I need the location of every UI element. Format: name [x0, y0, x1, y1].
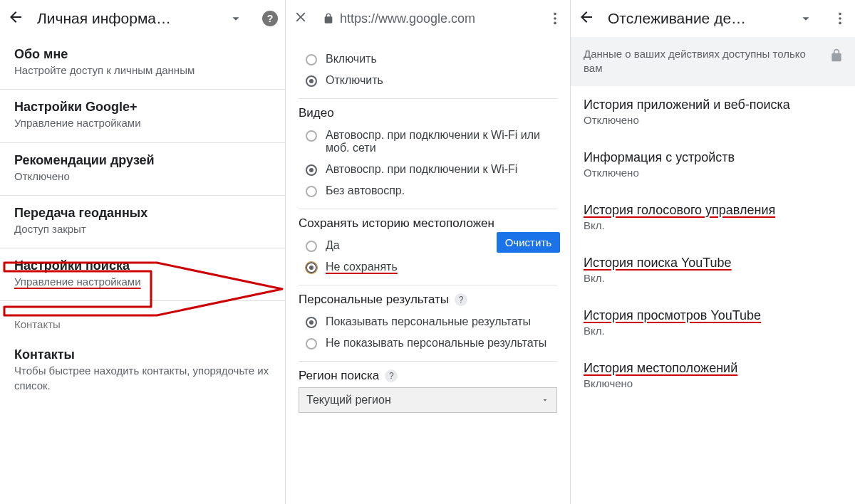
header-1: Личная информа… ? — [0, 0, 285, 37]
row-sub: Вкл. — [584, 272, 842, 284]
row-sub: Отключено — [584, 167, 842, 179]
radio-icon — [306, 338, 317, 350]
radio-label: Да — [326, 239, 340, 252]
row-location-sharing[interactable]: Передача геоданных Доступ закрыт — [0, 196, 285, 248]
row-friend-recs[interactable]: Рекомендации друзей Отключено — [0, 143, 285, 196]
row-title: Контакты — [14, 347, 271, 362]
activity-row[interactable]: История местоположенийВключено — [571, 350, 855, 402]
radio-pers-hide[interactable]: Не показывать персональные результаты — [299, 332, 557, 354]
radio-label: Не сохранять — [326, 261, 398, 273]
radio-icon — [306, 54, 317, 65]
row-google-plus[interactable]: Настройки Google+ Управление настройками — [0, 90, 285, 142]
svg-point-1 — [554, 17, 556, 20]
group-video: Видео Автовоспр. при подключении к Wi-Fi… — [299, 99, 557, 209]
radio-icon — [306, 164, 317, 176]
svg-point-3 — [839, 13, 841, 16]
section-contacts-label: Контакты — [0, 300, 285, 337]
activity-row[interactable]: История приложений и веб-поискаОтключено — [571, 86, 855, 139]
svg-point-5 — [839, 22, 841, 25]
radio-pers-show[interactable]: Показывать персональные результаты — [299, 311, 557, 332]
radio-loc-no[interactable]: Не сохранять — [299, 256, 557, 278]
activity-list: История приложений и веб-поискаОтключено… — [571, 86, 855, 402]
group-title: Персональные результаты ? — [299, 293, 557, 307]
panel-search-settings: https://www.google.com Включить Отключит… — [285, 0, 570, 504]
row-title: Рекомендации друзей — [14, 153, 271, 168]
radio-label: Без автовоспр. — [326, 184, 405, 197]
row-title: Передача геоданных — [14, 206, 271, 221]
row-sub: Чтобы быстрее находить контакты, упорядо… — [14, 364, 271, 393]
chevron-down-icon — [541, 396, 549, 404]
svg-point-0 — [554, 13, 556, 16]
group-search-region: Регион поиска ? Текущий регион — [299, 362, 557, 420]
clear-button[interactable]: Очистить — [497, 232, 560, 253]
panel-personal-info: Личная информа… ? Обо мне Настройте дост… — [0, 0, 285, 504]
more-icon[interactable] — [547, 11, 563, 26]
help-badge-icon[interactable]: ? — [385, 369, 398, 382]
row-title: Настройки поиска — [14, 258, 271, 273]
radio-label: Не показывать персональные результаты — [326, 337, 546, 350]
page-title: Личная информа… — [37, 10, 222, 27]
privacy-banner: Данные о ваших действиях доступны только… — [571, 37, 855, 86]
row-search-settings[interactable]: Настройки поиска Управление настройками — [0, 248, 285, 300]
row-title: Обо мне — [14, 47, 271, 62]
help-icon[interactable]: ? — [262, 11, 278, 26]
activity-row[interactable]: История голосового управленияВкл. — [571, 191, 855, 244]
page-title: Отслеживание де… — [608, 10, 792, 27]
group-personal-results: Персональные результаты ? Показывать пер… — [299, 285, 557, 362]
radio-disable[interactable]: Отключить — [299, 70, 557, 91]
row-sub: Управление настройками — [14, 275, 271, 289]
svg-point-2 — [554, 22, 556, 25]
radio-icon — [306, 241, 317, 252]
group-title: Сохранять историю местоположен — [299, 216, 557, 231]
address-bar[interactable]: https://www.google.com — [323, 11, 542, 26]
group-title: Регион поиска ? — [299, 369, 557, 383]
header-3: Отслеживание де… — [571, 0, 855, 37]
radio-icon — [306, 130, 317, 142]
back-arrow-icon[interactable] — [7, 9, 24, 28]
lock-icon — [323, 13, 334, 24]
radio-enable[interactable]: Включить — [299, 48, 557, 70]
group-safesearch: Включить Отключить — [299, 41, 557, 99]
group-title: Видео — [299, 106, 557, 120]
activity-row[interactable]: Информация с устройствОтключено — [571, 139, 855, 191]
dropdown-icon[interactable] — [228, 11, 244, 26]
region-select[interactable]: Текущий регион — [299, 387, 557, 413]
settings-body: Включить Отключить Видео Автовоспр. при … — [286, 37, 570, 424]
row-sub: Вкл. — [584, 219, 842, 231]
radio-label: Отключить — [326, 74, 383, 87]
radio-icon — [306, 317, 317, 328]
row-title: История голосового управления — [584, 203, 842, 218]
row-title: Информация с устройств — [584, 150, 842, 165]
help-badge-icon[interactable]: ? — [455, 293, 467, 306]
radio-video-wifi[interactable]: Автовоспр. при подключении к Wi-Fi — [299, 159, 557, 180]
row-contacts[interactable]: Контакты Чтобы быстрее находить контакты… — [0, 337, 285, 404]
row-sub: Вкл. — [584, 325, 842, 337]
radio-video-off[interactable]: Без автовоспр. — [299, 180, 557, 201]
header-2: https://www.google.com — [286, 0, 570, 37]
lock-icon — [829, 48, 844, 63]
row-about-me[interactable]: Обо мне Настройте доступ к личным данным — [0, 37, 285, 90]
activity-row[interactable]: История просмотров YouTubeВкл. — [571, 297, 855, 350]
row-title: История просмотров YouTube — [584, 308, 842, 323]
radio-label: Автовоспр. при подключении к Wi-Fi или м… — [326, 129, 550, 154]
back-arrow-icon[interactable] — [578, 9, 595, 28]
more-icon[interactable] — [832, 11, 848, 26]
row-sub: Отключено — [14, 169, 271, 184]
activity-row[interactable]: История поиска YouTubeВкл. — [571, 244, 855, 297]
dropdown-icon[interactable] — [798, 11, 814, 26]
row-title: История местоположений — [584, 361, 842, 376]
row-sub: Настройте доступ к личным данным — [14, 63, 271, 78]
row-sub: Управление настройками — [14, 116, 271, 130]
row-title: История приложений и веб-поиска — [584, 98, 842, 112]
radio-label: Показывать персональные результаты — [326, 315, 531, 328]
select-value: Текущий регион — [306, 394, 391, 406]
radio-video-wifi-mobile[interactable]: Автовоспр. при подключении к Wi-Fi или м… — [299, 125, 557, 159]
radio-label: Включить — [326, 53, 377, 65]
panel-activity-controls: Отслеживание де… Данные о ваших действия… — [570, 0, 855, 504]
row-title: Настройки Google+ — [14, 100, 271, 115]
radio-icon — [306, 75, 317, 87]
radio-icon — [306, 262, 317, 273]
close-icon[interactable] — [293, 9, 309, 28]
row-sub: Включено — [584, 377, 842, 389]
row-title: История поиска YouTube — [584, 256, 842, 271]
